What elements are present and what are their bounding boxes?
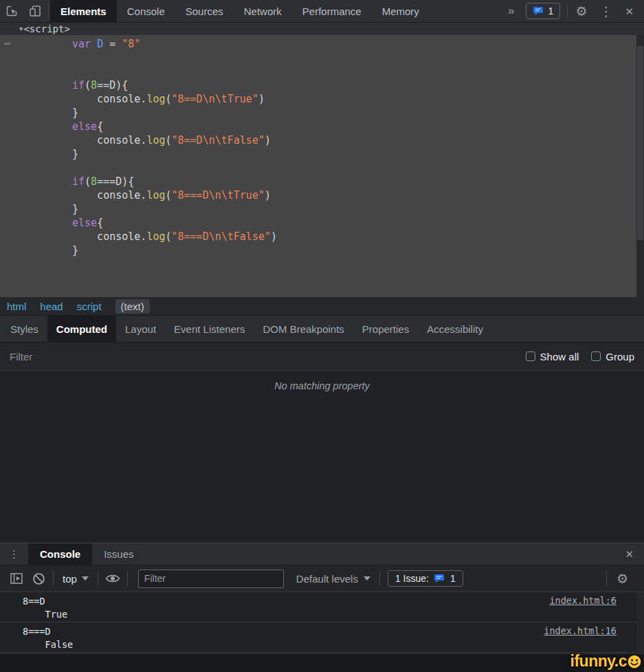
console-settings-gear-icon[interactable]: ⚙ xyxy=(610,572,634,585)
smiley-face-icon xyxy=(628,655,641,669)
elements-scrollbar[interactable] xyxy=(636,35,644,297)
code-line: console.log("8===D\n\tTrue") xyxy=(0,188,644,202)
dom-tree-script-node[interactable]: ▼<script> xyxy=(0,23,644,35)
group-label: Group xyxy=(606,351,634,362)
toolbar-divider xyxy=(53,571,54,586)
script-source-view[interactable]: … var D = "8" if(8==D){ console.log("8==… xyxy=(0,35,644,297)
tab-label: Performance xyxy=(302,6,362,17)
breadcrumb-item-script[interactable]: script xyxy=(77,301,102,312)
close-drawer-icon[interactable]: ✕ xyxy=(619,549,640,559)
execution-context-selector[interactable]: top xyxy=(57,573,94,585)
expander-triangle-icon[interactable]: ▼ xyxy=(19,25,23,32)
toolbar-right-group: » 1 ⚙ ⋮ ✕ xyxy=(502,0,644,22)
drawer-right-group: ✕ xyxy=(619,543,644,565)
clear-console-button[interactable] xyxy=(27,572,49,585)
chevron-down-icon xyxy=(364,576,370,581)
breadcrumb-item-html[interactable]: html xyxy=(7,301,26,312)
tab-event-listeners[interactable]: Event Listeners xyxy=(165,316,254,342)
group-checkbox[interactable] xyxy=(591,351,601,361)
inspect-cursor-icon xyxy=(5,4,19,18)
empty-state-message: No matching property xyxy=(0,380,644,391)
inspect-element-button[interactable] xyxy=(0,0,23,22)
console-source-link[interactable]: index.html:16 xyxy=(544,625,617,636)
tab-network[interactable]: Network xyxy=(234,0,292,22)
toolbar-divider xyxy=(379,571,380,586)
tab-console[interactable]: Console xyxy=(117,0,175,22)
tab-accessibility[interactable]: Accessibility xyxy=(418,316,492,342)
console-filter-input[interactable] xyxy=(138,570,284,588)
tab-sources[interactable]: Sources xyxy=(175,0,234,22)
styles-sidebar-tabs: Styles Computed Layout Event Listeners D… xyxy=(0,316,644,343)
tab-dom-breakpoints[interactable]: DOM Breakpoints xyxy=(254,316,353,342)
group-option[interactable]: Group xyxy=(591,351,634,362)
tab-styles[interactable]: Styles xyxy=(1,316,47,342)
code-line: else{ xyxy=(0,120,644,133)
device-toolbar-button[interactable] xyxy=(23,0,47,22)
show-all-checkbox[interactable] xyxy=(526,351,535,361)
console-source-link[interactable]: index.html:6 xyxy=(549,595,617,606)
tab-layout[interactable]: Layout xyxy=(116,316,165,342)
drawer-tab-issues[interactable]: Issues xyxy=(92,543,145,565)
show-all-label: Show all xyxy=(540,351,579,362)
tab-performance[interactable]: Performance xyxy=(292,0,372,22)
code-line: console.log("8==D\n\tTrue") xyxy=(0,92,644,106)
console-message-row: 8==D Trueindex.html:6 xyxy=(0,592,644,622)
code-line xyxy=(0,161,644,175)
tab-properties[interactable]: Properties xyxy=(353,316,418,342)
show-all-option[interactable]: Show all xyxy=(526,351,579,362)
issues-counter-button[interactable]: 1 xyxy=(526,3,561,19)
tab-elements[interactable]: Elements xyxy=(50,0,117,22)
code-line: console.log("8==D\n\tFalse") xyxy=(0,133,644,147)
scrollbar-thumb[interactable] xyxy=(637,46,643,240)
devtools-window: Elements Console Sources Network Perform… xyxy=(0,0,644,672)
eye-icon xyxy=(105,573,120,584)
drawer-menu-icon[interactable]: ⋮ xyxy=(0,543,28,565)
toolbar-divider xyxy=(127,571,128,586)
toolbar-divider xyxy=(606,571,607,586)
computed-filter-input[interactable] xyxy=(10,351,216,362)
clear-icon xyxy=(32,572,45,585)
console-message-text: 8==D True xyxy=(23,595,67,621)
code-line: } xyxy=(0,202,644,216)
console-scrollbar[interactable] xyxy=(636,592,644,653)
code-line: if(8==D){ xyxy=(0,78,644,92)
breadcrumb-item-text[interactable]: (text) xyxy=(115,299,150,314)
issue-label: 1 Issue: xyxy=(395,573,429,584)
tab-computed[interactable]: Computed xyxy=(47,316,116,342)
issue-count: 1 xyxy=(450,573,456,584)
tab-label: Network xyxy=(244,6,282,17)
console-toolbar-right: ⚙ xyxy=(603,571,639,586)
code-line: } xyxy=(0,243,644,257)
context-label: top xyxy=(63,573,77,585)
tab-label: Elements xyxy=(60,6,107,17)
chevron-down-icon xyxy=(82,576,89,581)
issues-count: 1 xyxy=(548,6,554,17)
computed-options: Show all Group xyxy=(526,351,634,362)
console-sidebar-toggle-button[interactable] xyxy=(5,572,27,585)
computed-properties-pane: No matching property xyxy=(0,371,644,543)
console-messages[interactable]: 8==D Trueindex.html:68===D Falseindex.ht… xyxy=(0,592,644,653)
code-block: var D = "8" if(8==D){ console.log("8==D\… xyxy=(0,37,644,257)
breadcrumb-item-head[interactable]: head xyxy=(40,301,63,312)
live-expression-button[interactable] xyxy=(102,573,124,584)
more-tabs-button[interactable]: » xyxy=(502,4,520,18)
drawer-tab-console[interactable]: Console xyxy=(28,543,92,565)
kebab-menu-icon[interactable]: ⋮ xyxy=(593,5,619,18)
code-line: } xyxy=(0,147,644,161)
gutter-ellipsis: … xyxy=(4,35,11,47)
close-devtools-icon[interactable]: ✕ xyxy=(619,6,640,17)
console-issue-button[interactable]: 1 Issue: 1 xyxy=(388,570,463,587)
computed-filter-bar: Show all Group xyxy=(0,343,644,371)
settings-gear-icon[interactable]: ⚙ xyxy=(569,5,593,18)
tab-label: Console xyxy=(127,6,165,17)
issue-bubble-icon xyxy=(533,6,544,17)
code-line: } xyxy=(0,106,644,120)
console-prompt-strip[interactable] xyxy=(0,653,644,672)
breadcrumb: html head script (text) xyxy=(0,297,644,316)
log-levels-selector[interactable]: Default levels xyxy=(291,573,376,585)
toolbar-divider xyxy=(98,571,98,586)
tab-memory[interactable]: Memory xyxy=(372,0,430,22)
code-line: console.log("8===D\n\tFalse") xyxy=(0,230,644,243)
main-toolbar: Elements Console Sources Network Perform… xyxy=(0,0,644,23)
toolbar-divider xyxy=(567,4,568,18)
